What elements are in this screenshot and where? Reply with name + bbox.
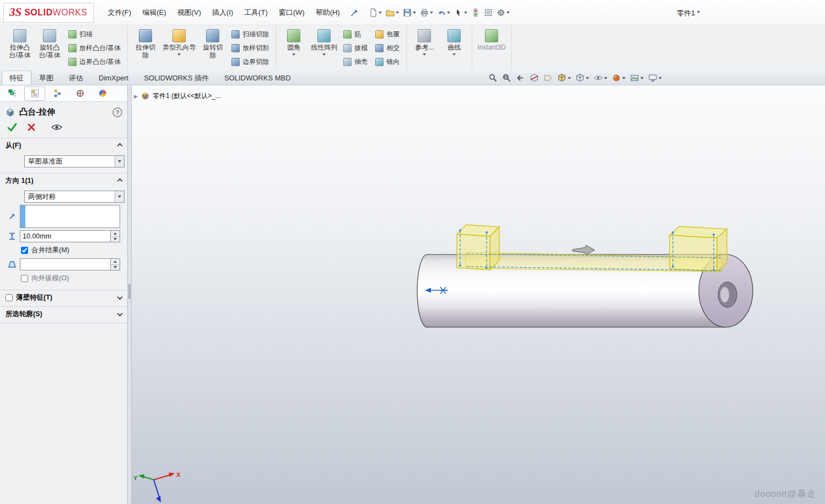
- view-settings-button[interactable]: [648, 73, 662, 83]
- dynamic-annotation-button[interactable]: [543, 73, 553, 83]
- help-icon[interactable]: ?: [112, 107, 122, 117]
- hide-show-items-button[interactable]: [594, 73, 607, 83]
- zoom-area-button[interactable]: [502, 73, 511, 83]
- save-button[interactable]: [402, 7, 417, 19]
- print-button[interactable]: [419, 7, 434, 19]
- depth-stepper[interactable]: [111, 230, 120, 242]
- pin-menu-button[interactable]: [350, 8, 359, 17]
- selected-contours-section-header[interactable]: 所选轮廓(S): [0, 307, 127, 322]
- menu-help[interactable]: 帮助(H): [310, 4, 346, 21]
- lofted-cut-button[interactable]: 放样切割: [229, 41, 272, 55]
- button-label: 旋转凸 台/基体: [39, 44, 60, 59]
- menu-view[interactable]: 视图(V): [171, 4, 206, 21]
- extruded-cut-button[interactable]: 拉伸切 除: [131, 27, 160, 60]
- mirror-button[interactable]: 镜向: [373, 55, 402, 69]
- ok-button[interactable]: [7, 122, 18, 133]
- linear-pattern-icon: [317, 29, 331, 42]
- boundary-cut-button[interactable]: 边界切除: [229, 55, 272, 69]
- preview-eye-button[interactable]: [51, 123, 63, 132]
- instant3d-button[interactable]: Instant3D: [475, 27, 508, 53]
- lofted-boss-button[interactable]: 放样凸台/基体: [66, 41, 123, 55]
- extruded-boss-button[interactable]: 拉伸凸 台/基体: [5, 27, 35, 60]
- button-label: 旋转切 除: [203, 44, 223, 59]
- graphics-area[interactable]: X Y Z: [132, 85, 825, 504]
- origin-triad: X Y Z: [133, 472, 181, 504]
- watermark-text: dooooit@暴走: [754, 487, 816, 500]
- end-condition-select[interactable]: 两侧对称: [24, 191, 125, 203]
- previous-view-button[interactable]: [516, 73, 525, 83]
- wrap-button[interactable]: 包覆: [373, 28, 402, 41]
- cancel-button[interactable]: [26, 122, 36, 132]
- draft-button[interactable]: 拔模: [341, 41, 370, 55]
- revolved-boss-button[interactable]: 旋转凸 台/基体: [35, 27, 64, 60]
- rebuild-button[interactable]: [470, 7, 481, 19]
- view-orientation-button[interactable]: [557, 73, 571, 83]
- propertymanager-tab[interactable]: [24, 86, 45, 101]
- draft-angle-icon: [4, 260, 20, 269]
- revolved-cut-button[interactable]: 旋转切 除: [198, 27, 228, 60]
- tab-sketch[interactable]: 草图: [31, 71, 61, 85]
- swept-cut-button[interactable]: 扫描切除: [229, 28, 272, 41]
- direction1-section-header[interactable]: 方向 1(1): [0, 174, 127, 188]
- flyout-expand-arrow-icon[interactable]: ▶: [134, 94, 138, 99]
- merge-result-checkbox[interactable]: [21, 247, 28, 254]
- undo-button[interactable]: [436, 7, 451, 19]
- edit-appearance-button[interactable]: [612, 73, 626, 83]
- file-properties-button[interactable]: [483, 7, 494, 19]
- menu-tools[interactable]: 工具(T): [239, 4, 273, 21]
- dropdown-caret-icon: [177, 53, 181, 56]
- rib-button[interactable]: 筋: [341, 28, 370, 41]
- dropdown-caret-icon: [622, 77, 626, 79]
- boundary-boss-button[interactable]: 边界凸台/基体: [66, 55, 123, 69]
- property-manager-panel: 凸台-拉伸 ? 从(F) 草图基准面: [0, 85, 128, 504]
- configurationmanager-tab[interactable]: [47, 86, 68, 101]
- tab-features[interactable]: 特征: [2, 71, 31, 85]
- menu-insert[interactable]: 插入(I): [207, 4, 239, 21]
- options-button[interactable]: [495, 7, 511, 19]
- extrude-drag-handle[interactable]: [573, 245, 595, 255]
- swept-boss-button[interactable]: 扫描: [66, 28, 123, 41]
- shell-button[interactable]: 抽壳: [341, 55, 370, 69]
- featuremanager-tree-icon: [8, 89, 17, 98]
- splitter-grip[interactable]: [128, 284, 131, 299]
- button-label: 筋: [354, 30, 361, 39]
- new-document-button[interactable]: [368, 7, 383, 19]
- feature-tree-flyout[interactable]: ▶ 零件1 (默认<<默认>_...: [134, 91, 221, 101]
- tab-evaluate[interactable]: 评估: [61, 71, 91, 85]
- linear-pattern-button[interactable]: 线性阵列: [309, 27, 339, 57]
- apply-scene-button[interactable]: [630, 73, 644, 83]
- draft-angle-input[interactable]: [20, 258, 111, 270]
- featuremanager-tree-tab[interactable]: [2, 86, 23, 101]
- section-view-button[interactable]: [530, 73, 539, 83]
- select-button[interactable]: [453, 7, 468, 19]
- thin-feature-section-header[interactable]: 薄壁特征(T): [0, 290, 127, 305]
- rib-icon: [343, 30, 352, 39]
- display-style-button[interactable]: [575, 73, 589, 83]
- dimxpertmanager-tab[interactable]: [69, 86, 90, 101]
- open-button[interactable]: [385, 7, 400, 19]
- depth-input[interactable]: [20, 230, 111, 242]
- zoom-fit-button[interactable]: [488, 73, 498, 83]
- intersect-button[interactable]: 相交: [373, 41, 402, 55]
- solidworks-logo[interactable]: 3S SOLID WORKS: [3, 3, 94, 23]
- draft-angle-stepper[interactable]: [111, 258, 120, 270]
- dropdown-caret-icon: [292, 53, 295, 56]
- displaymanager-tab[interactable]: [92, 86, 113, 101]
- hole-wizard-button[interactable]: 异型孔向导: [160, 27, 198, 57]
- from-plane-select[interactable]: 草图基准面: [24, 155, 125, 167]
- panel-splitter[interactable]: [128, 85, 132, 504]
- fillet-button[interactable]: 圆角: [279, 27, 309, 57]
- menu-window[interactable]: 窗口(W): [273, 4, 310, 21]
- tab-dimxpert[interactable]: DimXpert: [91, 71, 136, 85]
- from-section-header[interactable]: 从(F): [0, 138, 127, 153]
- draft-outward-checkbox[interactable]: [21, 275, 28, 282]
- menu-edit[interactable]: 编辑(E): [137, 4, 171, 21]
- direction-reference-field[interactable]: [20, 205, 120, 228]
- curves-button[interactable]: 曲线: [439, 27, 469, 57]
- menu-file[interactable]: 文件(F): [103, 4, 137, 21]
- reference-geometry-button[interactable]: 参考...: [409, 27, 439, 57]
- thin-feature-checkbox[interactable]: [6, 294, 13, 301]
- fillet-icon: [287, 29, 300, 42]
- tab-solidworks-addins[interactable]: SOLIDWORKS 插件: [136, 71, 217, 85]
- tab-solidworks-mbd[interactable]: SOLIDWORKS MBD: [217, 71, 299, 85]
